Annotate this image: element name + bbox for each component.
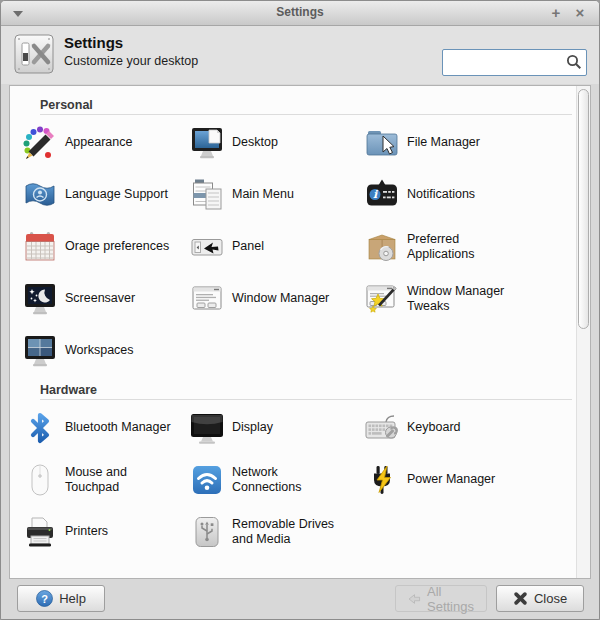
search-box[interactable] [442, 49, 587, 76]
settings-item-language-support[interactable]: Language Support [22, 169, 189, 221]
power-icon [364, 462, 400, 498]
window-title: Settings [1, 5, 599, 19]
search-icon [566, 54, 582, 70]
settings-item-bluetooth-manager[interactable]: Bluetooth Manager [22, 402, 189, 454]
settings-item-orage-preferences[interactable]: Orage preferences [22, 221, 189, 273]
appearance-icon [22, 125, 58, 161]
scrollbar-thumb[interactable] [578, 89, 589, 329]
settings-item-desktop[interactable]: Desktop [189, 117, 364, 169]
personal-grid: Appearance Desktop [22, 117, 576, 377]
section-divider [40, 114, 572, 115]
item-label: Preferred Applications [407, 232, 522, 263]
removable-drive-icon [189, 514, 225, 550]
back-arrow-icon [408, 591, 421, 607]
item-label: File Manager [407, 135, 480, 150]
screensaver-icon [22, 281, 58, 317]
item-label: Notifications [407, 187, 475, 202]
settings-panel: Personal Appearance [9, 85, 591, 579]
settings-item-keyboard[interactable]: Keyboard [364, 402, 576, 454]
close-button[interactable]: Close [496, 585, 584, 612]
item-label: Appearance [65, 135, 132, 150]
scrollbar-track[interactable] [576, 86, 590, 578]
item-label: Network Connections [232, 465, 347, 496]
section-divider [40, 399, 572, 400]
item-label: Bluetooth Manager [65, 420, 171, 435]
section-title-hardware: Hardware [40, 383, 576, 397]
window-manager-icon [189, 281, 225, 317]
network-icon [189, 462, 225, 498]
item-label: Printers [65, 524, 108, 539]
section-title-personal: Personal [40, 98, 576, 112]
item-label: Keyboard [407, 420, 461, 435]
header: Settings Customize your desktop [1, 26, 599, 84]
hardware-grid: Bluetooth Manager Display [22, 402, 576, 558]
settings-item-window-manager-tweaks[interactable]: Window Manager Tweaks [364, 273, 576, 325]
settings-item-removable-drives[interactable]: Removable Drives and Media [189, 506, 364, 558]
settings-item-panel[interactable]: Panel [189, 221, 364, 273]
all-settings-button[interactable]: All Settings [395, 585, 487, 612]
settings-item-screensaver[interactable]: Screensaver [22, 273, 189, 325]
settings-item-preferred-applications[interactable]: Preferred Applications [364, 221, 576, 273]
close-label: Close [534, 591, 567, 606]
settings-item-mouse-touchpad[interactable]: Mouse and Touchpad [22, 454, 189, 506]
item-label: Power Manager [407, 472, 495, 487]
settings-window: Settings + × Settings Customize your des… [0, 0, 600, 620]
item-label: Mouse and Touchpad [65, 465, 180, 496]
settings-item-power-manager[interactable]: Power Manager [364, 454, 576, 506]
settings-item-notifications[interactable]: i Notifications [364, 169, 576, 221]
bluetooth-icon [22, 410, 58, 446]
settings-item-file-manager[interactable]: File Manager [364, 117, 576, 169]
settings-app-icon [14, 34, 54, 74]
item-label: Window Manager [232, 291, 329, 306]
item-label: Display [232, 420, 273, 435]
settings-item-network-connections[interactable]: Network Connections [189, 454, 364, 506]
window-manager-tweaks-icon [364, 281, 400, 317]
main-menu-icon [189, 177, 225, 213]
close-icon [513, 591, 528, 606]
notifications-icon: i [364, 177, 400, 213]
settings-item-printers[interactable]: Printers [22, 506, 189, 558]
file-manager-icon [364, 125, 400, 161]
page-title: Settings [64, 34, 123, 51]
help-label: Help [59, 591, 86, 606]
item-label: Language Support [65, 187, 168, 202]
close-window-button[interactable]: × [569, 2, 591, 24]
all-settings-label: All Settings [427, 584, 474, 614]
display-icon [189, 410, 225, 446]
calendar-icon [22, 229, 58, 265]
desktop-icon [189, 125, 225, 161]
settings-item-display[interactable]: Display [189, 402, 364, 454]
item-label: Removable Drives and Media [232, 517, 347, 548]
item-label: Orage preferences [65, 239, 169, 254]
footer: ? Help All Settings Close [1, 579, 599, 619]
keyboard-icon [364, 410, 400, 446]
titlebar[interactable]: Settings + × [1, 1, 599, 26]
help-icon: ? [36, 590, 53, 607]
search-input[interactable] [447, 51, 563, 74]
workspaces-icon [22, 333, 58, 369]
preferred-applications-icon [364, 229, 400, 265]
item-label: Main Menu [232, 187, 294, 202]
maximize-button[interactable]: + [545, 2, 567, 24]
language-support-icon [22, 177, 58, 213]
settings-item-appearance[interactable]: Appearance [22, 117, 189, 169]
item-label: Workspaces [65, 343, 134, 358]
mouse-icon [22, 462, 58, 498]
settings-item-workspaces[interactable]: Workspaces [22, 325, 189, 377]
svg-text:?: ? [41, 593, 48, 605]
panel-icon [189, 229, 225, 265]
item-label: Panel [232, 239, 264, 254]
settings-item-main-menu[interactable]: Main Menu [189, 169, 364, 221]
settings-item-window-manager[interactable]: Window Manager [189, 273, 364, 325]
page-subtitle: Customize your desktop [64, 54, 198, 68]
item-label: Desktop [232, 135, 278, 150]
item-label: Screensaver [65, 291, 135, 306]
help-button[interactable]: ? Help [17, 585, 105, 612]
item-label: Window Manager Tweaks [407, 284, 522, 315]
printer-icon [22, 514, 58, 550]
